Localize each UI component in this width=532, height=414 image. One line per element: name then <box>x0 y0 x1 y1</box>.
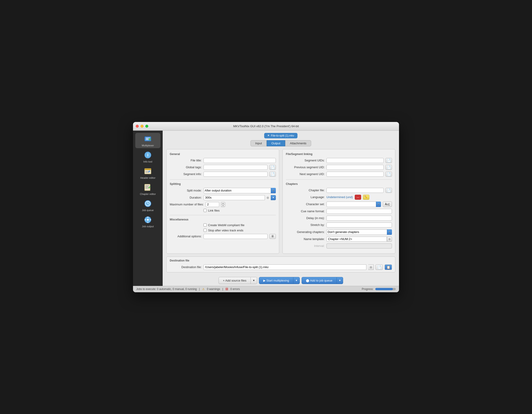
global-tags-browse[interactable]: 📄 <box>269 165 276 170</box>
sidebar: Multiplexer i Info tool <box>133 131 163 286</box>
titlebar: MKVToolNix GUI v82.0 ('I'm The President… <box>133 122 399 131</box>
chapter-file-label: Chapter file: <box>286 189 325 192</box>
add-job-dropdown[interactable]: ▼ <box>337 277 343 284</box>
right-panel: File/Segment linking Segment UIDs: 📄 Pre… <box>282 149 395 254</box>
sidebar-item-header-editor[interactable]: Header editor <box>135 165 160 181</box>
chapter-file-input[interactable] <box>326 188 384 193</box>
segment-uids-input[interactable] <box>326 158 384 163</box>
close-button[interactable] <box>136 125 139 128</box>
global-tags-input[interactable] <box>203 165 268 170</box>
next-uid-browse[interactable]: 📄 <box>386 172 392 177</box>
file-tab[interactable]: ✕ File-to-split (1).mkv <box>264 133 297 138</box>
file-tab-close[interactable]: ✕ <box>267 134 269 137</box>
destination-copy-btn[interactable]: 📋 <box>385 265 392 270</box>
sidebar-item-chapter-editor[interactable]: Chapter editor <box>135 182 160 197</box>
sidebar-item-job-queue[interactable]: Job queue <box>135 198 160 213</box>
segment-uids-browse[interactable]: 📄 <box>386 158 392 163</box>
duration-clear-btn[interactable]: ⊗ <box>266 195 270 200</box>
charset-dropdown-btn[interactable]: ▼ <box>376 202 381 207</box>
stretch-input[interactable] <box>326 222 392 228</box>
gen-chapters-dropdown-btn[interactable]: ▼ <box>387 229 392 235</box>
duration-row: Duration: ⊗ ▼ <box>170 195 276 200</box>
file-title-input[interactable] <box>203 158 276 163</box>
next-uid-input[interactable] <box>326 172 384 177</box>
add-to-job-btn[interactable]: ⬤ Add to job queue <box>302 277 337 284</box>
segment-info-label: Segment info: <box>170 172 202 176</box>
duration-input[interactable] <box>203 195 265 200</box>
delay-label: Delay (in ms): <box>286 216 325 220</box>
max-files-input[interactable] <box>206 202 219 207</box>
panels-row: General File title: Global tags: 📄 Segme… <box>163 146 399 257</box>
minimize-button[interactable] <box>141 125 143 128</box>
segment-info-row: Segment info: 📄 <box>170 172 276 177</box>
file-tab-bar: ✕ File-to-split (1).mkv <box>163 131 399 138</box>
character-set-wrapper: ▼ <box>326 202 381 207</box>
max-files-up[interactable]: ▲ <box>221 202 225 204</box>
duration-dropdown-btn[interactable]: ▼ <box>271 195 276 200</box>
link-files-checkbox[interactable] <box>203 209 207 212</box>
tabs-bar: Input Output Attachments <box>163 138 399 146</box>
sidebar-item-multiplexer[interactable]: Multiplexer <box>135 133 160 148</box>
segment-info-browse[interactable]: 📄 <box>269 172 276 177</box>
destination-browse-btn[interactable]: 📄 <box>376 265 383 270</box>
create-webm-label[interactable]: Create WebM compliant file <box>203 223 244 227</box>
split-mode-dropdown-btn[interactable]: ▼ <box>271 188 276 193</box>
sidebar-label-info-tool: Info tool <box>143 160 152 163</box>
tab-output[interactable]: Output <box>267 140 285 146</box>
misc-section: Miscellaneous Create WebM compliant file <box>170 218 276 239</box>
split-mode-row: Split mode: After output duration After … <box>170 188 276 193</box>
name-template-clear-btn[interactable]: ⊗ <box>387 237 392 242</box>
cue-name-input[interactable] <box>326 209 392 214</box>
start-multiplexing-btn[interactable]: ▶ Start multiplexing <box>259 277 293 284</box>
chapter-file-browse[interactable]: 📄 <box>386 188 392 193</box>
character-set-row: Character set: ▼ ÃĿÇ <box>286 202 392 207</box>
job-queue-icon <box>143 199 152 208</box>
segment-info-input[interactable] <box>203 172 268 177</box>
language-link[interactable]: Undetermined (und) <box>326 195 353 199</box>
add-source-btn[interactable]: + Add source files <box>218 277 251 284</box>
file-tab-label: File-to-split (1).mkv <box>271 134 294 137</box>
split-mode-select[interactable]: After output duration After size After d… <box>203 188 276 193</box>
tab-input[interactable]: Input <box>250 140 267 146</box>
stop-video-label[interactable]: Stop after video track ends <box>203 229 243 232</box>
gen-chapters-select[interactable]: Don't generate chapters When appending F… <box>326 229 392 235</box>
action-bar: + Add source files ▼ ▶ Start multiplexin… <box>163 275 399 286</box>
interval-input[interactable] <box>326 243 392 248</box>
chapters-section-title: Chapters <box>286 182 392 185</box>
gen-chapters-row: Generating chapters: Don't generate chap… <box>286 229 392 235</box>
charset-char-btn[interactable]: ÃĿÇ <box>383 202 392 207</box>
create-webm-checkbox[interactable] <box>203 223 207 227</box>
destination-clear-btn[interactable]: ⊗ <box>368 265 374 270</box>
additional-options-input[interactable] <box>203 234 268 239</box>
main-window: MKVToolNix GUI v82.0 ('I'm The President… <box>133 122 399 292</box>
character-set-select[interactable] <box>326 202 381 207</box>
prev-uid-label: Previous segment UID: <box>286 166 325 169</box>
info-tool-icon: i <box>143 150 152 160</box>
stop-video-checkbox[interactable] <box>203 229 207 232</box>
sidebar-item-info-tool[interactable]: i Info tool <box>135 149 160 164</box>
additional-options-row: Additional options: ☰ <box>170 234 276 239</box>
maximize-button[interactable] <box>145 125 148 128</box>
add-source-group: + Add source files ▼ <box>218 277 257 284</box>
max-files-spinner: ▲ ▼ <box>221 202 225 207</box>
additional-options-btn[interactable]: ☰ <box>269 234 276 239</box>
link-files-checkbox-label[interactable]: Link files <box>203 209 220 212</box>
global-tags-row: Global tags: 📄 <box>170 165 276 170</box>
start-mux-dropdown[interactable]: ▼ <box>293 277 300 284</box>
interval-label: Interval: <box>286 244 325 248</box>
prev-uid-input[interactable] <box>326 165 384 170</box>
tab-attachments[interactable]: Attachments <box>285 140 311 146</box>
create-webm-row: Create WebM compliant file <box>170 223 276 227</box>
language-clear-btn[interactable]: — <box>355 195 361 200</box>
destination-input[interactable] <box>203 265 366 270</box>
name-template-input[interactable] <box>326 237 387 242</box>
language-edit-btn[interactable]: ✏️ <box>363 195 369 200</box>
stretch-label: Stretch by: <box>286 223 325 227</box>
multiplexer-icon <box>143 134 152 143</box>
prev-uid-browse[interactable]: 📄 <box>386 165 392 170</box>
sidebar-label-job-output: Job output <box>142 225 153 228</box>
max-files-down[interactable]: ▼ <box>221 204 225 207</box>
sidebar-item-job-output[interactable]: Job output <box>135 214 160 229</box>
delay-input[interactable] <box>326 216 392 221</box>
add-source-dropdown[interactable]: ▼ <box>251 277 257 284</box>
